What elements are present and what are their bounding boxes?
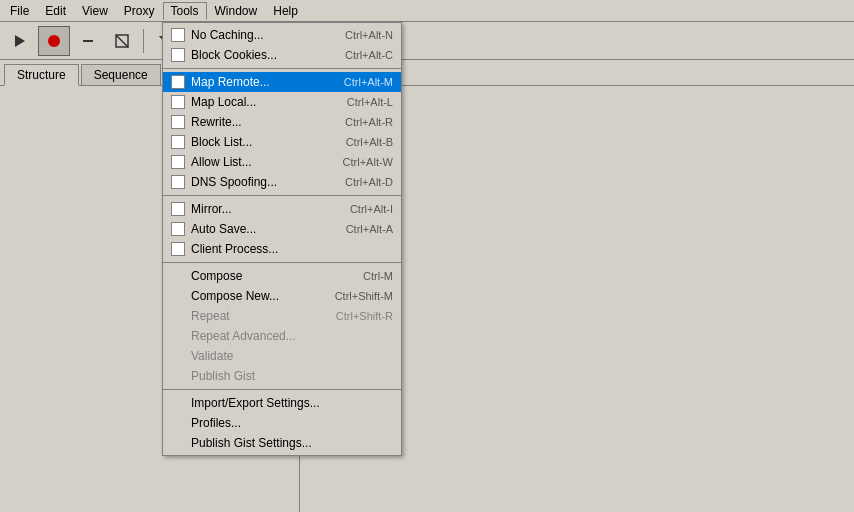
svg-marker-0 <box>15 35 25 47</box>
separator-4 <box>163 389 401 390</box>
menu-file[interactable]: File <box>2 2 37 20</box>
separator-2 <box>163 195 401 196</box>
tabs: Structure Sequence <box>0 60 854 86</box>
menu-map-remote[interactable]: Map Remote... Ctrl+Alt-M <box>163 72 401 92</box>
svg-point-1 <box>48 35 60 47</box>
block-cookies-checkbox <box>171 48 185 62</box>
menu-help[interactable]: Help <box>265 2 306 20</box>
menu-compose[interactable]: Compose Ctrl-M <box>163 266 401 286</box>
map-local-checkbox <box>171 95 185 109</box>
menu-compose-new[interactable]: Compose New... Ctrl+Shift-M <box>163 286 401 306</box>
stop-button[interactable] <box>38 26 70 56</box>
menu-auto-save[interactable]: Auto Save... Ctrl+Alt-A <box>163 219 401 239</box>
menu-dns-spoofing[interactable]: DNS Spoofing... Ctrl+Alt-D <box>163 172 401 192</box>
tab-sequence[interactable]: Sequence <box>81 64 161 85</box>
menu-allow-list[interactable]: Allow List... Ctrl+Alt-W <box>163 152 401 172</box>
client-process-checkbox <box>171 242 185 256</box>
menu-proxy[interactable]: Proxy <box>116 2 163 20</box>
menu-client-process[interactable]: Client Process... <box>163 239 401 259</box>
menu-map-local[interactable]: Map Local... Ctrl+Alt-L <box>163 92 401 112</box>
menu-repeat[interactable]: Repeat Ctrl+Shift-R <box>163 306 401 326</box>
svg-line-4 <box>116 35 128 47</box>
menu-repeat-advanced[interactable]: Repeat Advanced... <box>163 326 401 346</box>
rewrite-checkbox <box>171 115 185 129</box>
menu-block-cookies[interactable]: Block Cookies... Ctrl+Alt-C <box>163 45 401 65</box>
toolbar-separator-1 <box>143 29 144 53</box>
menu-edit[interactable]: Edit <box>37 2 74 20</box>
remove-button[interactable] <box>72 26 104 56</box>
menu-no-caching[interactable]: No Caching... Ctrl+Alt-N <box>163 25 401 45</box>
no-caching-checkbox <box>171 28 185 42</box>
menu-publish-gist[interactable]: Publish Gist <box>163 366 401 386</box>
auto-save-checkbox <box>171 222 185 236</box>
svg-rect-2 <box>83 40 93 42</box>
menu-mirror[interactable]: Mirror... Ctrl+Alt-I <box>163 199 401 219</box>
start-button[interactable] <box>4 26 36 56</box>
menu-rewrite[interactable]: Rewrite... Ctrl+Alt-R <box>163 112 401 132</box>
tools-dropdown: No Caching... Ctrl+Alt-N Block Cookies..… <box>162 22 402 456</box>
menu-import-export-settings[interactable]: Import/Export Settings... <box>163 393 401 413</box>
menu-block-list[interactable]: Block List... Ctrl+Alt-B <box>163 132 401 152</box>
separator-3 <box>163 262 401 263</box>
allow-list-checkbox <box>171 155 185 169</box>
menu-profiles[interactable]: Profiles... <box>163 413 401 433</box>
menu-tools[interactable]: Tools <box>163 2 207 20</box>
clear-button[interactable] <box>106 26 138 56</box>
tab-structure[interactable]: Structure <box>4 64 79 86</box>
menu-view[interactable]: View <box>74 2 116 20</box>
main-content <box>0 86 854 512</box>
menu-window[interactable]: Window <box>207 2 266 20</box>
menu-validate[interactable]: Validate <box>163 346 401 366</box>
toolbar <box>0 22 854 60</box>
mirror-checkbox <box>171 202 185 216</box>
block-list-checkbox <box>171 135 185 149</box>
dns-spoofing-checkbox <box>171 175 185 189</box>
map-remote-checkbox <box>171 75 185 89</box>
separator-1 <box>163 68 401 69</box>
menu-publish-gist-settings[interactable]: Publish Gist Settings... <box>163 433 401 453</box>
menubar: File Edit View Proxy Tools Window Help <box>0 0 854 22</box>
